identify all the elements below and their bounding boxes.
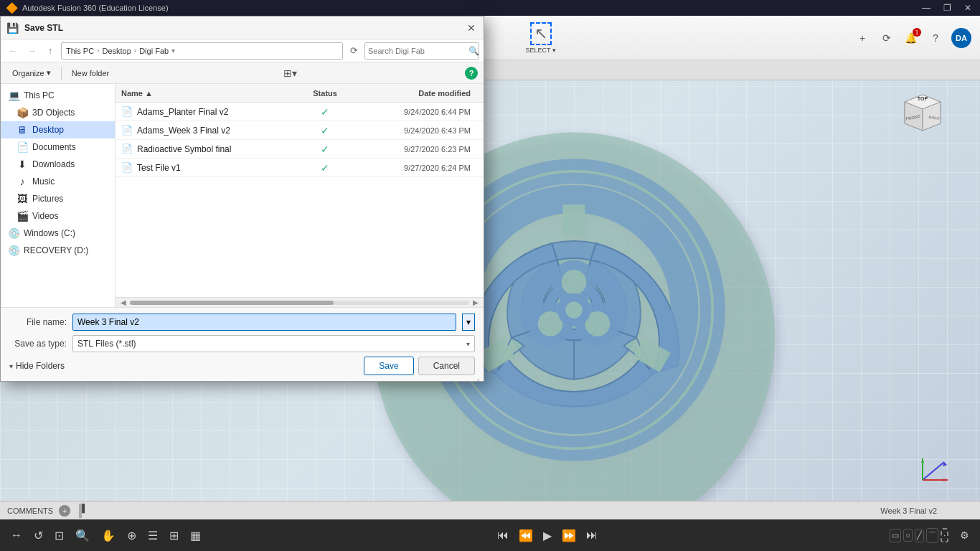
sidebar-item-documents[interactable]: 📄 Documents	[1, 138, 115, 156]
col-name-header[interactable]: Name ▲	[121, 89, 296, 98]
table-row[interactable]: 📄 Adams_Planter Final v2 ✓ 9/24/2020 6:4…	[116, 103, 484, 121]
dialog-close-btn[interactable]: ✕	[465, 22, 478, 34]
next-keyframe-btn[interactable]: ⏭	[583, 526, 601, 545]
sidebar-item-desktop[interactable]: 🖥 Desktop	[1, 121, 115, 138]
breadcrumb-bar[interactable]: This PC › Desktop › Digi Fab ▾	[61, 42, 343, 60]
view-toggle-btn[interactable]: ⊞▾	[282, 65, 298, 81]
organize-btn[interactable]: Organize ▾	[6, 65, 57, 81]
file-icon-2: 📄	[121, 125, 133, 136]
file-icon-4: 📄	[121, 162, 133, 173]
viewport-nav-cube[interactable]: TOP FRONT RIGHT	[897, 88, 944, 134]
dialog-help-btn[interactable]: ?	[465, 67, 478, 80]
sync-btn[interactable]: ⟳	[878, 29, 895, 47]
step-back-btn[interactable]: ⏪	[515, 526, 537, 545]
sidebar-item-downloads[interactable]: ⬇ Downloads	[1, 156, 115, 173]
scrollbar-track[interactable]	[130, 301, 469, 305]
scroll-left-btn[interactable]: ◀	[118, 298, 128, 306]
search-box[interactable]: 🔍	[364, 42, 479, 60]
new-tab-btn[interactable]: +	[854, 29, 871, 47]
organize-label: Organize	[12, 69, 44, 77]
user-avatar[interactable]: DA	[951, 28, 971, 48]
filetype-dropdown-arrow[interactable]: ▾	[462, 340, 474, 348]
window-maximize-btn[interactable]: ❐	[938, 0, 957, 16]
view-toggle-btn[interactable]: ☰	[144, 526, 161, 545]
hide-folders-btn[interactable]: ▾ Hide Folders	[9, 361, 65, 371]
new-folder-btn[interactable]: New folder	[66, 65, 116, 81]
cancel-btn[interactable]: Cancel	[418, 357, 475, 375]
axis-indicator	[915, 451, 951, 489]
window-close-btn[interactable]: ✕	[958, 0, 977, 16]
pictures-label: Pictures	[32, 194, 63, 204]
search-input[interactable]	[368, 47, 467, 55]
svg-marker-27	[943, 479, 948, 481]
step-fwd-btn[interactable]: ⏩	[558, 526, 580, 545]
sketch-line-btn[interactable]: ╱	[915, 529, 924, 542]
window-minimize-btn[interactable]: —	[916, 0, 936, 16]
breadcrumb-pc[interactable]: This PC	[66, 47, 94, 55]
filename-dropdown-btn[interactable]: ▾	[462, 314, 475, 331]
filetype-label: Save as type:	[9, 339, 67, 349]
grid-btn[interactable]: ⊞	[166, 526, 182, 545]
notification-btn[interactable]: 🔔 1	[903, 29, 920, 47]
sidebar-item-recovery-d[interactable]: 💿 RECOVERY (D:)	[1, 242, 115, 259]
nav-up-btn[interactable]: ↑	[42, 43, 58, 59]
table-row[interactable]: 📄 Radioactive Symbol final ✓ 9/27/2020 6…	[116, 140, 484, 159]
sidebar-item-thispc[interactable]: 💻 This PC	[1, 87, 115, 104]
sketch-arc-btn[interactable]: ⌒	[926, 528, 938, 543]
breadcrumb-dropdown-btn[interactable]: ▾	[171, 47, 175, 55]
sketch-circ-btn[interactable]: ○	[903, 529, 913, 542]
sketch-point-btn[interactable]: ·	[941, 528, 948, 542]
zoom-btn[interactable]: ⊕	[123, 526, 140, 545]
help-btn[interactable]: ?	[927, 29, 944, 47]
scrollbar-thumb[interactable]	[130, 301, 334, 305]
fusion-logo-icon: 🔶	[6, 2, 18, 14]
select-button[interactable]: ↖ SELECT ▾	[520, 19, 562, 57]
nav-back-btn[interactable]: ←	[5, 43, 21, 59]
svg-line-24	[923, 462, 944, 480]
display-settings-btn[interactable]: ▦	[187, 526, 204, 545]
viewport-tools: ↔ ↺ ⊡ 🔍 ✋ ⊕ ☰ ⊞ ▦	[7, 526, 204, 545]
dialog-title-icon: 💾	[6, 22, 19, 34]
horizontal-scrollbar[interactable]: ◀ ▶	[116, 297, 484, 307]
save-btn[interactable]: Save	[364, 357, 413, 375]
breadcrumb-digifab[interactable]: Digi Fab	[139, 47, 169, 55]
zoom-window-btn[interactable]: 🔍	[72, 526, 93, 545]
sidebar-item-windows-c[interactable]: 💿 Windows (C:)	[1, 225, 115, 242]
zoom-fit-btn[interactable]: ⊡	[51, 526, 67, 545]
sketch-rect-btn[interactable]: ▭	[890, 529, 901, 542]
sidebar-item-videos[interactable]: 🎬 Videos	[1, 207, 115, 225]
recovery-d-icon: 💿	[8, 245, 19, 256]
sidebar-item-3dobjects[interactable]: 📦 3D Objects	[1, 104, 115, 121]
play-btn[interactable]: ▶	[540, 526, 555, 545]
table-row[interactable]: 📄 Adams_Week 3 Final v2 ✓ 9/24/2020 6:43…	[116, 121, 484, 140]
filename-row: File name: ▾	[9, 314, 475, 331]
viewport-label: Week 3 Final v2	[880, 507, 937, 515]
desktop-label: Desktop	[32, 125, 64, 135]
table-row[interactable]: 📄 Test File v1 ✓ 9/27/2020 6:24 PM	[116, 159, 484, 177]
comments-add-btn[interactable]: +	[59, 505, 70, 517]
sidebar-item-music[interactable]: ♪ Music	[1, 173, 115, 190]
dialog-buttons-row: ▾ Hide Folders Save Cancel	[9, 357, 475, 375]
settings-gear-btn[interactable]: ⚙	[956, 527, 973, 544]
videos-label: Videos	[32, 211, 58, 221]
look-at-btn[interactable]: ✋	[98, 526, 119, 545]
nav-forward-btn[interactable]: →	[24, 43, 39, 59]
fusion-title-bar: 🔶 Autodesk Fusion 360 (Education License…	[0, 0, 980, 16]
videos-icon: 🎬	[17, 210, 28, 222]
resize-handle[interactable]: ⌟	[476, 374, 484, 381]
svg-line-5	[646, 345, 657, 364]
scroll-right-btn[interactable]: ▶	[471, 298, 481, 306]
orbit-tool-btn[interactable]: ↺	[30, 526, 47, 545]
col-date-header[interactable]: Date modified	[354, 89, 478, 98]
col-status-header[interactable]: Status	[296, 89, 354, 98]
filetype-select[interactable]: STL Files (*.stl) ▾	[72, 335, 475, 352]
address-refresh-btn[interactable]: ⟳	[346, 43, 362, 59]
file-rows-scroll[interactable]: 📄 Adams_Planter Final v2 ✓ 9/24/2020 6:4…	[116, 103, 484, 297]
sidebar-item-pictures[interactable]: 🖼 Pictures	[1, 190, 115, 207]
pan-tool-btn[interactable]: ↔	[7, 526, 26, 545]
col-name-sort: ▲	[145, 89, 153, 98]
prev-keyframe-btn[interactable]: ⏮	[494, 526, 512, 545]
filetype-row: Save as type: STL Files (*.stl) ▾	[9, 335, 475, 352]
filename-input[interactable]	[72, 314, 456, 331]
breadcrumb-desktop[interactable]: Desktop	[102, 47, 131, 55]
